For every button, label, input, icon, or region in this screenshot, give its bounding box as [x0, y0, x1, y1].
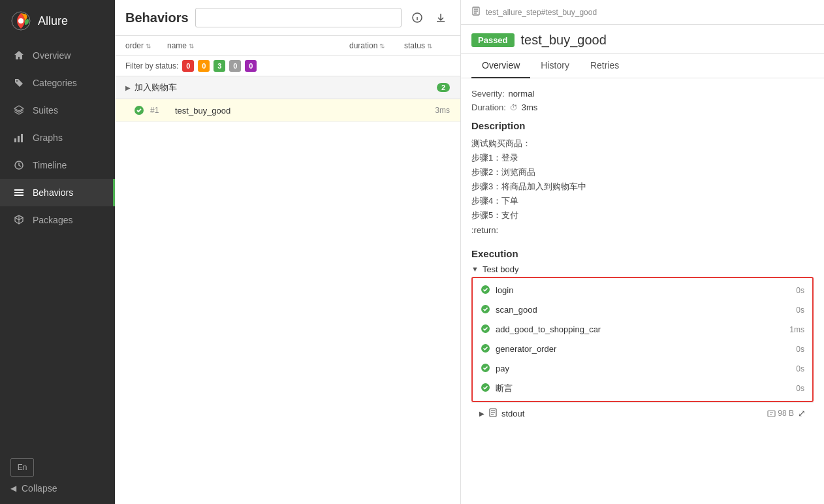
desc-line-2: 步骤2：浏览商品 [471, 165, 814, 180]
sidebar-label-suites: Suites [33, 105, 58, 116]
behaviors-header: Behaviors [115, 0, 460, 36]
step-duration-scan-good: 0s [796, 306, 804, 315]
filter-badge-unknown[interactable]: 0 [245, 60, 257, 72]
step-passed-icon-scan-good [481, 304, 490, 316]
duration-label: Duration: [471, 102, 506, 112]
behaviors-title: Behaviors [125, 10, 189, 25]
step-duration-pay: 0s [796, 364, 804, 373]
sidebar: Allure Overview Categories Suites Graphs [0, 0, 115, 504]
svg-point-1 [18, 18, 24, 24]
sidebar-item-overview[interactable]: Overview [0, 42, 115, 69]
step-duration-add-good: 1ms [789, 325, 804, 334]
desc-line-6: :return: [471, 223, 814, 238]
behaviors-search-input[interactable] [195, 8, 402, 27]
svg-rect-4 [21, 134, 23, 142]
test-order: #1 [150, 106, 170, 115]
desc-line-3: 步骤3：将商品加入到购物车中 [471, 180, 814, 194]
step-row-scan-good[interactable]: scan_good 0s [473, 300, 812, 320]
step-name-add-good: add_good_to_shopping_car [496, 324, 784, 334]
tab-overview[interactable]: Overview [471, 54, 530, 78]
step-duration-assertion: 0s [796, 384, 804, 393]
sort-name-icon[interactable]: ⇅ [189, 42, 194, 50]
attachment-toggle-icon: ▶ [479, 410, 484, 417]
test-body-header[interactable]: ▼ Test body [471, 264, 814, 274]
sort-order-icon[interactable]: ⇅ [146, 42, 151, 50]
col-header-name: name [167, 41, 187, 50]
home-icon [13, 50, 25, 61]
duration-clock-icon: ⏱ [510, 103, 518, 112]
svg-rect-7 [14, 192, 24, 193]
sidebar-label-timeline: Timeline [33, 160, 67, 170]
attachment-row-stdout[interactable]: ▶ stdout 98 B ⤢ [471, 402, 814, 424]
filter-row: Filter by status: 0 0 3 0 0 [115, 56, 460, 76]
execution-title: Execution [471, 248, 814, 259]
test-title-name: test_buy_good [521, 33, 607, 48]
test-body-label: Test body [483, 264, 519, 274]
tab-retries[interactable]: Retries [580, 54, 629, 78]
package-icon [13, 214, 25, 226]
step-row-assertion[interactable]: 断言 0s [473, 379, 812, 398]
desc-line-1: 步骤1：登录 [471, 151, 814, 165]
test-passed-icon [133, 104, 145, 116]
detail-tabs: Overview History Retries [461, 54, 824, 78]
info-icon-button[interactable] [408, 8, 426, 27]
tab-history[interactable]: History [530, 54, 580, 78]
test-title-bar: Passed test_buy_good [461, 25, 824, 54]
sidebar-item-packages[interactable]: Packages [0, 206, 115, 234]
sidebar-item-behaviors[interactable]: Behaviors [0, 179, 115, 206]
filter-badge-broken[interactable]: 0 [198, 60, 210, 72]
step-name-assertion: 断言 [496, 383, 791, 394]
sort-status-icon[interactable]: ⇅ [427, 42, 432, 50]
test-row[interactable]: #1 test_buy_good 3ms [115, 99, 460, 122]
main-layout: Behaviors order ⇅ name ⇅ duration [115, 0, 824, 504]
step-name-pay: pay [496, 364, 791, 373]
group-toggle-icon: ▶ [125, 84, 131, 91]
step-name-generator-order: generator_order [496, 344, 791, 354]
sort-duration-icon[interactable]: ⇅ [379, 42, 385, 50]
sidebar-item-graphs[interactable]: Graphs [0, 124, 115, 151]
col-header-order: order [125, 41, 144, 50]
svg-rect-8 [14, 195, 24, 196]
test-name: test_buy_good [175, 106, 430, 116]
step-row-login[interactable]: login 0s [473, 281, 812, 300]
group-row[interactable]: ▶ 加入购物车 2 [115, 76, 460, 99]
test-duration: 3ms [435, 106, 450, 115]
svg-rect-3 [18, 136, 20, 142]
step-name-scan-good: scan_good [496, 305, 791, 315]
collapse-button[interactable]: ◀ Collapse [10, 483, 104, 494]
allure-logo-icon [10, 10, 31, 31]
severity-label: Severity: [471, 89, 505, 99]
filter-badge-failed[interactable]: 0 [182, 60, 194, 72]
sidebar-item-categories[interactable]: Categories [0, 69, 115, 97]
sidebar-item-timeline[interactable]: Timeline [0, 151, 115, 179]
sidebar-label-packages: Packages [33, 215, 72, 225]
logo: Allure [0, 0, 115, 42]
desc-line-4: 步骤4：下单 [471, 194, 814, 208]
right-panel: test_allure_step#test_buy_good Passed te… [461, 0, 824, 504]
filter-badge-skipped[interactable]: 0 [229, 60, 241, 72]
layers-icon [13, 104, 25, 116]
step-row-add-good[interactable]: add_good_to_shopping_car 1ms [473, 320, 812, 339]
attachment-expand-icon[interactable]: ⤢ [798, 408, 806, 418]
tag-icon [13, 77, 25, 89]
severity-row: Severity: normal [471, 89, 814, 99]
filter-badge-passed[interactable]: 3 [214, 60, 225, 72]
steps-container: login 0s scan_good 0s add_ [471, 277, 814, 402]
step-row-generator-order[interactable]: generator_order 0s [473, 339, 812, 359]
clock-icon [13, 159, 25, 171]
attachment-file-icon [488, 408, 498, 419]
bar-chart-icon [13, 132, 25, 144]
step-passed-icon-pay [481, 363, 490, 375]
status-badge: Passed [471, 33, 515, 47]
sidebar-item-suites[interactable]: Suites [0, 97, 115, 124]
behaviors-panel: Behaviors order ⇅ name ⇅ duration [115, 0, 461, 504]
detail-content: Severity: normal Duration: ⏱ 3ms Descrip… [461, 78, 824, 504]
language-button[interactable]: En [10, 458, 34, 477]
step-row-pay[interactable]: pay 0s [473, 359, 812, 379]
svg-rect-19 [768, 411, 775, 417]
behaviors-list: ▶ 加入购物车 2 #1 test_buy_good 3ms [115, 76, 460, 504]
download-icon-button[interactable] [432, 8, 450, 27]
col-header-status: status [404, 41, 425, 50]
step-name-login: login [496, 285, 791, 295]
sidebar-label-categories: Categories [33, 78, 77, 88]
